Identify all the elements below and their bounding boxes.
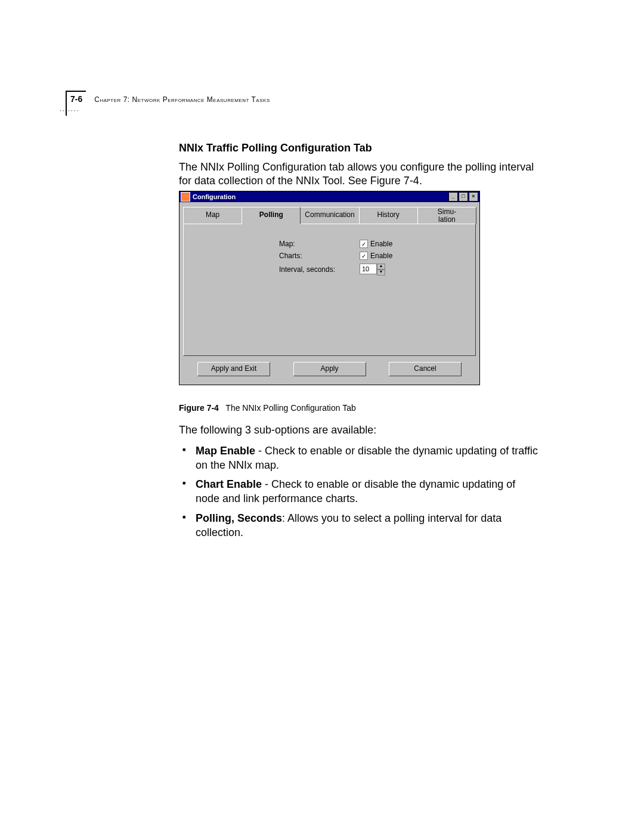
dialog-button-row: Apply and Exit Apply Cancel [179, 356, 479, 385]
tab-communication[interactable]: Communication [300, 207, 359, 224]
option-polling-seconds-label: Polling, Seconds [196, 512, 282, 524]
sub-options-intro: The following 3 sub-options are availabl… [179, 423, 540, 437]
charts-enable-checkbox[interactable]: ✓ [360, 252, 368, 260]
row-charts-enable: Charts: ✓ Enable [184, 252, 475, 260]
spinner-up-button[interactable]: ▲ [377, 264, 385, 270]
map-enable-checkbox[interactable]: ✓ [360, 240, 368, 248]
interval-label: Interval, seconds: [279, 265, 348, 274]
page: 7-6 Chapter 7: Network Performance Measu… [0, 0, 644, 833]
cancel-button[interactable]: Cancel [389, 362, 462, 376]
charts-enable-text: Enable [370, 252, 392, 260]
maximize-button[interactable]: □ [459, 192, 468, 202]
window-controls: _ □ × [448, 192, 478, 202]
spinner-buttons: ▲ ▼ [377, 264, 385, 275]
figure-label: Figure 7-4 [179, 403, 219, 413]
polling-panel: Map: ✓ Enable Charts: ✓ Enable Interval,… [183, 224, 476, 356]
tab-polling[interactable]: Polling [242, 207, 301, 224]
interval-spinner: 10 ▲ ▼ [360, 264, 385, 275]
minimize-button[interactable]: _ [448, 192, 458, 202]
tab-simulation[interactable]: Simu- lation [417, 207, 476, 224]
figure-caption: Figure 7-4 The NNIx Polling Configuratio… [179, 403, 540, 413]
section-intro: The NNIx Polling Configuration tab allow… [179, 160, 540, 188]
close-button[interactable]: × [469, 192, 478, 202]
titlebar-left: Configuration [181, 192, 236, 202]
apply-and-exit-button[interactable]: Apply and Exit [197, 362, 270, 376]
options-list: Map Enable - Check to enable or disable … [179, 444, 540, 540]
option-map-enable-label: Map Enable [196, 445, 255, 457]
dialog-titlebar: Configuration _ □ × [179, 191, 479, 202]
map-label: Map: [279, 240, 348, 248]
decorative-dots: ······· [60, 107, 79, 114]
tab-map[interactable]: Map [183, 207, 242, 224]
apply-button[interactable]: Apply [293, 362, 366, 376]
page-header: 7-6 Chapter 7: Network Performance Measu… [66, 94, 270, 105]
option-chart-enable: Chart Enable - Check to enable or disabl… [179, 477, 540, 506]
option-map-enable: Map Enable - Check to enable or disable … [179, 444, 540, 473]
dialog-title: Configuration [193, 193, 236, 200]
row-map-enable: Map: ✓ Enable [184, 240, 475, 248]
spinner-down-button[interactable]: ▼ [377, 270, 385, 275]
config-dialog: Configuration _ □ × Map Polling Communic… [179, 191, 480, 385]
tab-strip: Map Polling Communication History Simu- … [183, 207, 476, 224]
app-icon [181, 192, 190, 202]
section-title: NNIx Traffic Polling Configuration Tab [179, 142, 540, 154]
map-enable-text: Enable [370, 240, 392, 248]
option-chart-enable-label: Chart Enable [196, 478, 262, 490]
interval-input[interactable]: 10 [360, 264, 377, 274]
charts-label: Charts: [279, 252, 348, 260]
tab-history[interactable]: History [359, 207, 418, 224]
chapter-title: Chapter 7: Network Performance Measureme… [94, 95, 270, 104]
option-polling-seconds: Polling, Seconds: Allows you to select a… [179, 511, 540, 540]
row-interval: Interval, seconds: 10 ▲ ▼ [184, 264, 475, 275]
content-column: NNIx Traffic Polling Configuration Tab T… [179, 142, 540, 544]
figure-text: The NNIx Polling Configuration Tab [225, 403, 355, 413]
